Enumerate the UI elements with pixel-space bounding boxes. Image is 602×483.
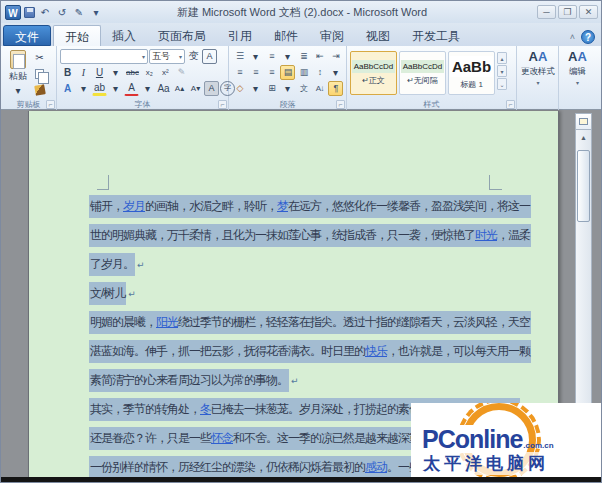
draw-icon[interactable]: ✎ xyxy=(72,7,86,18)
hyperlink-冬[interactable]: 冬 xyxy=(200,402,211,416)
decrease-indent-icon[interactable]: ⇤ xyxy=(312,49,327,64)
numbering-icon[interactable]: ≡ xyxy=(264,49,279,64)
tab-页面布局[interactable]: 页面布局 xyxy=(147,25,217,46)
help-icon[interactable]: ? xyxy=(581,30,595,44)
hyperlink-怀念[interactable]: 怀念 xyxy=(211,431,233,445)
ruler-toggle-button[interactable] xyxy=(576,114,591,130)
grow-font-icon[interactable]: A▴ xyxy=(172,81,187,96)
hyperlink-快乐[interactable]: 快乐 xyxy=(365,344,387,358)
distribute-icon[interactable]: ▥ xyxy=(296,65,311,80)
gallery-up-icon[interactable]: ▴ xyxy=(497,52,507,64)
cut-icon[interactable]: ✂ xyxy=(32,50,47,65)
restore-button[interactable]: ❐ xyxy=(558,5,577,19)
word-logo-icon[interactable]: W xyxy=(5,5,21,20)
align-right-icon[interactable]: ≡ xyxy=(264,65,279,80)
redo-icon[interactable]: ↺ xyxy=(55,7,69,18)
format-painter-icon[interactable] xyxy=(32,82,47,97)
style-card-标题 1[interactable]: AaBb标题 1 xyxy=(448,51,495,95)
multilevel-list-icon[interactable]: ≣ xyxy=(296,49,311,64)
align-left-icon[interactable]: ≡ xyxy=(232,65,247,80)
scroll-up-icon[interactable]: ▲ xyxy=(576,130,591,145)
clipboard-dialog-launcher[interactable]: ⌐ xyxy=(46,100,55,109)
sort-icon[interactable]: A↓ xyxy=(312,81,327,96)
italic-icon[interactable]: I xyxy=(76,65,91,80)
shading-dropdown[interactable]: ▾ xyxy=(248,81,263,96)
bullets-dropdown[interactable]: ▾ xyxy=(248,49,263,64)
tab-开始[interactable]: 开始 xyxy=(53,25,101,46)
close-button[interactable]: ✕ xyxy=(579,5,598,19)
hyperlink-岁月[interactable]: 岁月 xyxy=(123,199,145,213)
tab-文件[interactable]: 文件 xyxy=(3,25,51,46)
text-effect-stamp-icon[interactable]: ✎ xyxy=(174,65,189,80)
scrollbar-thumb[interactable] xyxy=(577,150,590,222)
tab-引用[interactable]: 引用 xyxy=(217,25,263,46)
strikethrough-icon[interactable]: abc xyxy=(124,65,141,80)
styles-group: AaBbCcDd↵正文AaBbCcDd↵无间隔AaBb标题 1 ▴ ▾ ⌄ 样式… xyxy=(347,46,517,110)
style-card-正文[interactable]: AaBbCcDd↵正文 xyxy=(350,51,397,95)
borders-dropdown[interactable]: ▾ xyxy=(280,81,295,96)
line-spacing-icon[interactable]: ↕ xyxy=(312,65,327,80)
undo-icon[interactable]: ↶ xyxy=(38,7,52,18)
hyperlink-感动[interactable]: 感动 xyxy=(365,460,387,474)
tab-插入[interactable]: 插入 xyxy=(101,25,147,46)
phonetic-guide-icon[interactable]: 变 xyxy=(186,49,201,64)
qat-customize-icon[interactable]: ▾ xyxy=(89,7,103,18)
shrink-font-icon[interactable]: A▾ xyxy=(188,81,203,96)
collapse-ribbon-icon[interactable]: ˄ xyxy=(570,32,575,42)
tab-开发工具[interactable]: 开发工具 xyxy=(401,25,471,46)
hyperlink-阳光[interactable]: 阳光 xyxy=(156,315,178,329)
document-line[interactable]: 素简清宁的心来看周边习以为常的事物。↵ xyxy=(89,370,503,399)
borders-icon[interactable]: ⊞ xyxy=(264,81,279,96)
style-card-无间隔[interactable]: AaBbCcDd↵无间隔 xyxy=(399,51,446,95)
document-line[interactable]: 铺开，岁月的画轴，水湄之畔，聆听，梦在远方，悠悠化作一缕馨香，盈盈浅笑间，将这一 xyxy=(89,196,503,225)
shading-icon[interactable]: ◇ xyxy=(232,81,247,96)
change-case-icon[interactable]: Aa xyxy=(156,81,171,96)
gallery-down-icon[interactable]: ▾ xyxy=(497,65,507,77)
justify-icon[interactable]: ▤ xyxy=(280,65,295,80)
bullets-icon[interactable]: ☰ xyxy=(232,49,247,64)
text-effects-icon[interactable]: A xyxy=(60,81,75,96)
highlight-color-icon[interactable]: ab xyxy=(92,81,107,96)
gallery-more-icon[interactable]: ⌄ xyxy=(497,78,507,90)
font-color-icon[interactable]: A xyxy=(124,81,139,96)
tab-审阅[interactable]: 审阅 xyxy=(309,25,355,46)
hyperlink-梦[interactable]: 梦 xyxy=(277,199,288,213)
ribbon: 粘贴 ▾ ✂ 剪贴板 ⌐ ▾ 五号▾ 变 A B I U▾ ab xyxy=(1,46,602,110)
tab-邮件[interactable]: 邮件 xyxy=(263,25,309,46)
asian-layout-icon[interactable]: 文 xyxy=(296,81,311,96)
tab-视图[interactable]: 视图 xyxy=(355,25,401,46)
copy-icon[interactable] xyxy=(32,66,47,81)
increase-indent-icon[interactable]: ⇥ xyxy=(328,49,343,64)
minimize-button[interactable]: ─ xyxy=(537,5,556,19)
paragraph-dialog-launcher[interactable]: ⌐ xyxy=(336,100,345,109)
underline-dropdown[interactable]: ▾ xyxy=(108,65,123,80)
character-shading-icon[interactable]: A xyxy=(204,81,219,96)
font-size-combo[interactable]: 五号▾ xyxy=(149,49,185,64)
subscript-icon[interactable]: x₂ xyxy=(142,65,157,80)
hyperlink-时光[interactable]: 时光 xyxy=(475,228,497,242)
styles-dialog-launcher[interactable]: ⌐ xyxy=(506,100,515,109)
font-color-dropdown[interactable]: ▾ xyxy=(140,81,155,96)
change-styles-button[interactable]: AA 更改样式 ▾ xyxy=(517,46,559,110)
bold-icon[interactable]: B xyxy=(60,65,75,80)
font-name-combo[interactable]: ▾ xyxy=(60,49,148,64)
document-line[interactable]: 了岁月。↵ xyxy=(89,254,503,283)
line-spacing-dropdown[interactable]: ▾ xyxy=(328,65,343,80)
text-effects-dropdown[interactable]: ▾ xyxy=(76,81,91,96)
underline-icon[interactable]: U xyxy=(92,65,107,80)
document-line[interactable]: 明媚的晨曦，阳光绕过季节的栅栏，轻轻落在指尖。透过十指的缝隙看天，云淡风轻，天空 xyxy=(89,312,503,341)
editing-button[interactable]: AA 编辑 ▾ xyxy=(559,46,595,110)
numbering-dropdown[interactable]: ▾ xyxy=(280,49,295,64)
show-hide-marks-icon[interactable]: ¶ xyxy=(328,81,343,96)
character-border-icon[interactable]: A xyxy=(202,49,217,64)
document-line[interactable]: 文/树儿↵ xyxy=(89,283,503,312)
paste-button[interactable]: 粘贴 ▾ xyxy=(4,48,32,98)
highlight-dropdown[interactable]: ▾ xyxy=(108,81,123,96)
paste-dropdown[interactable]: ▾ xyxy=(11,83,26,98)
save-icon[interactable] xyxy=(24,7,35,18)
document-line[interactable]: 世的明媚典藏，万千柔情，且化为一抹如莲心事，统指成香，只一袭，便惊艳了时光，温柔 xyxy=(89,225,503,254)
font-dialog-launcher[interactable]: ⌐ xyxy=(218,100,227,109)
document-line[interactable]: 湛蓝如海。伸手，抓一把云影，抚得花香满衣。时日里的快乐，也许就是，可以每天用一颗 xyxy=(89,341,503,370)
align-center-icon[interactable]: ≡ xyxy=(248,65,263,80)
superscript-icon[interactable]: x² xyxy=(158,65,173,80)
